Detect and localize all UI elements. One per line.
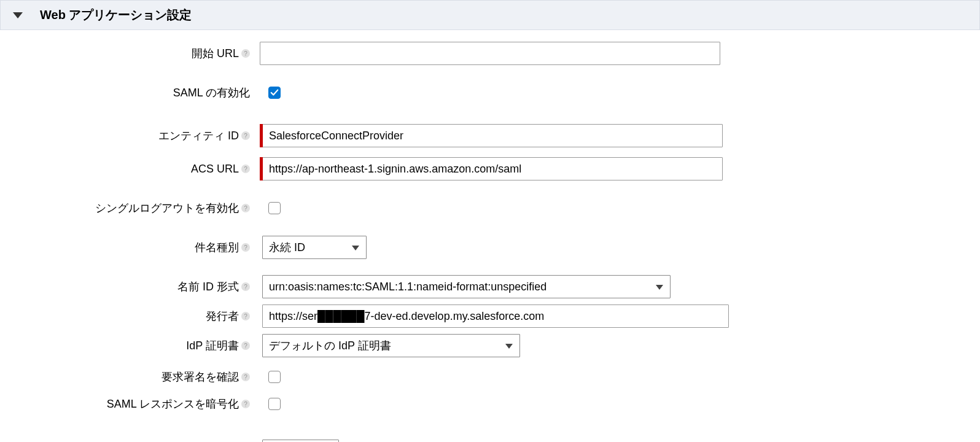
enable-slo-checkbox[interactable] xyxy=(268,202,281,214)
row-encrypt-saml-response: SAML レスポンスを暗号化 ? xyxy=(0,394,980,414)
label-enable-slo: シングルログアウトを有効化 xyxy=(95,201,239,215)
encrypt-saml-response-checkbox[interactable] xyxy=(268,398,281,410)
check-icon xyxy=(270,88,279,97)
nameid-format-value: urn:oasis:names:tc:SAML:1.1:nameid-forma… xyxy=(262,275,671,298)
row-verify-request-sig: 要求署名を確認 ? xyxy=(0,366,980,387)
section-header[interactable]: Web アプリケーション設定 xyxy=(0,0,980,30)
row-enable-slo: シングルログアウトを有効化 ? xyxy=(0,196,980,220)
help-icon[interactable]: ? xyxy=(241,131,250,140)
start-url-input[interactable] xyxy=(260,42,720,65)
collapse-section-icon[interactable] xyxy=(13,12,23,18)
signing-algo-value: SHA1 xyxy=(262,440,339,442)
help-icon[interactable]: ? xyxy=(241,243,250,252)
subject-type-value: 永続 ID xyxy=(262,236,367,259)
row-start-url: 開始 URL ? xyxy=(0,41,980,66)
label-verify-request-sig: 要求署名を確認 xyxy=(161,370,239,384)
help-icon[interactable]: ? xyxy=(241,312,250,320)
label-nameid-format: 名前 ID 形式 xyxy=(177,279,239,294)
row-nameid-format: 名前 ID 形式 ? urn:oasis:names:tc:SAML:1.1:n… xyxy=(0,274,980,299)
issuer-input[interactable] xyxy=(262,304,729,328)
help-icon[interactable]: ? xyxy=(241,373,250,381)
help-icon[interactable]: ? xyxy=(241,49,250,58)
required-indicator xyxy=(260,157,263,180)
form-body: 開始 URL ? SAML の有効化 エンティティ ID ? ACS U xyxy=(0,30,980,442)
label-encrypt-saml-response: SAML レスポンスを暗号化 xyxy=(107,397,239,411)
row-signing-algo: SAML メッセージの署名アルゴリズム ? SHA1 xyxy=(0,439,980,442)
label-issuer: 発行者 xyxy=(206,309,239,324)
acs-url-input[interactable] xyxy=(262,157,723,180)
label-enable-saml: SAML の有効化 xyxy=(173,85,250,100)
row-issuer: 発行者 ? xyxy=(0,304,980,328)
row-subject-type: 件名種別 ? 永続 ID xyxy=(0,235,980,260)
enable-saml-checkbox[interactable] xyxy=(268,87,281,99)
required-indicator xyxy=(260,124,263,147)
idp-cert-select[interactable]: デフォルトの IdP 証明書 xyxy=(262,334,520,357)
subject-type-select[interactable]: 永続 ID xyxy=(262,236,367,259)
help-icon[interactable]: ? xyxy=(241,282,250,291)
verify-request-sig-checkbox[interactable] xyxy=(268,371,281,383)
row-idp-cert: IdP 証明書 ? デフォルトの IdP 証明書 xyxy=(0,333,980,358)
help-icon[interactable]: ? xyxy=(241,400,250,408)
label-subject-type: 件名種別 xyxy=(195,240,239,255)
nameid-format-select[interactable]: urn:oasis:names:tc:SAML:1.1:nameid-forma… xyxy=(262,275,671,298)
label-acs-url: ACS URL xyxy=(191,163,239,176)
row-entity-id: エンティティ ID ? xyxy=(0,123,980,148)
help-icon[interactable]: ? xyxy=(241,204,250,212)
help-icon[interactable]: ? xyxy=(241,165,250,173)
signing-algo-select[interactable]: SHA1 xyxy=(262,440,339,442)
idp-cert-value: デフォルトの IdP 証明書 xyxy=(262,334,520,357)
entity-id-input[interactable] xyxy=(262,124,723,147)
label-idp-cert: IdP 証明書 xyxy=(186,338,239,353)
label-entity-id: エンティティ ID xyxy=(158,128,239,143)
label-start-url: 開始 URL xyxy=(192,46,239,61)
section-title: Web アプリケーション設定 xyxy=(40,7,192,23)
row-acs-url: ACS URL ? xyxy=(0,157,980,181)
row-enable-saml: SAML の有効化 xyxy=(0,80,980,105)
help-icon[interactable]: ? xyxy=(241,341,250,350)
